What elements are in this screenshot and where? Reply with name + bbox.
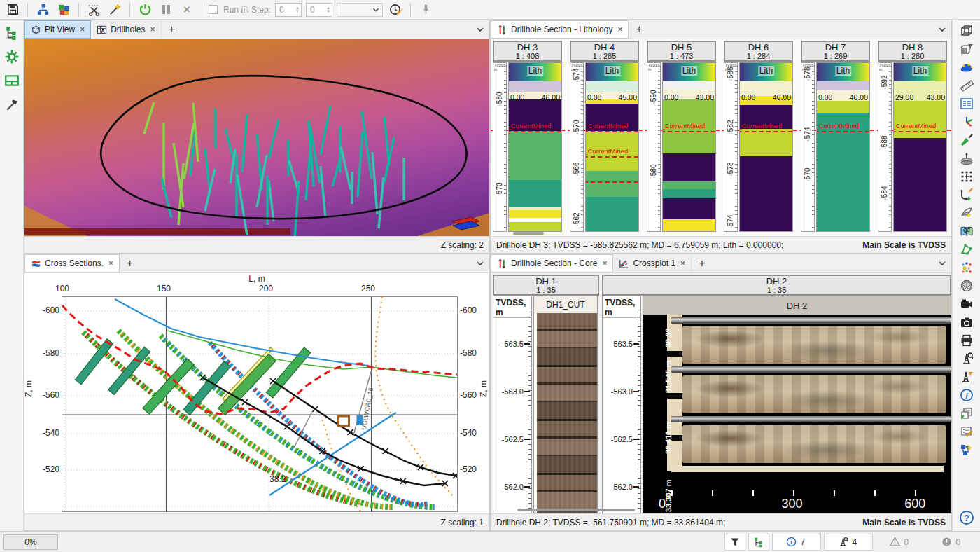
dh1-header[interactable]: DH 1 1 : 35 (493, 275, 599, 296)
pause-button[interactable] (158, 2, 174, 18)
fan-sections-button[interactable] (958, 205, 975, 221)
close-tab-icon[interactable]: × (617, 25, 622, 34)
map-edit-button[interactable] (958, 424, 975, 439)
cross-section-plot-area[interactable]: 38.2 UGLWCRC_16 (62, 296, 458, 512)
tab-pit-view[interactable]: Pit View × (24, 20, 91, 39)
hole-header[interactable]: DH 31 : 408 (493, 41, 562, 62)
pit-view-panel: Pit View × Drillholes × + (24, 20, 490, 254)
warnings-button[interactable]: 0 (876, 534, 925, 551)
lithology-track[interactable]: Lith29.0043.001511_CurrentMined (893, 62, 947, 232)
current-mined-label: 1511_CurrentMined (586, 122, 638, 130)
tab-crossplot-1[interactable]: Crossplot 1 × (613, 254, 692, 272)
scatter-points-button[interactable] (958, 260, 975, 275)
filter-button[interactable] (724, 534, 746, 551)
run-button[interactable] (136, 2, 153, 18)
save-button[interactable] (4, 2, 21, 18)
derrick-filter-button[interactable] (958, 369, 975, 385)
dh2-header[interactable]: DH 2 1 : 35 (602, 275, 951, 296)
lithology-holes-area[interactable]: DH 31 : 408TVDSS, m-580-570Lith0.0046.00… (491, 39, 951, 236)
dh1-core-photo-track[interactable]: DH1_CUT (533, 296, 598, 513)
point-grid-button[interactable] (958, 169, 975, 184)
derrick-search-button[interactable] (958, 351, 975, 366)
photo-camera-button[interactable] (958, 315, 975, 330)
lithology-track[interactable]: Lith0.0046.001511_CurrentMined (508, 62, 562, 232)
map-stack-button[interactable] (958, 406, 975, 421)
core-holes-area[interactable]: DH 1 1 : 35 TVDSS, m -563.5-563.0-562.5-… (491, 273, 951, 513)
settings-gear-button[interactable] (4, 49, 20, 64)
stop-button[interactable]: × (178, 2, 195, 18)
ruler-button[interactable] (958, 78, 975, 93)
pit-drillhole-stick (384, 137, 394, 183)
drillholes-count-button[interactable]: 4 (824, 534, 873, 551)
legend-list-button[interactable] (958, 96, 975, 111)
panel-menu-chevron[interactable] (475, 258, 485, 271)
close-tab-icon[interactable]: × (150, 25, 155, 34)
model-tree-button[interactable] (34, 2, 51, 18)
tab-drillholes[interactable]: Drillholes × (91, 20, 161, 39)
lithology-track[interactable]: Lith0.0045.001511_CurrentMined1511_Curre… (585, 62, 639, 232)
magic-wand-button[interactable] (106, 2, 123, 18)
pin-button[interactable] (417, 2, 434, 18)
layer-move-button[interactable] (958, 151, 975, 166)
errors-button[interactable]: 0 (927, 534, 976, 551)
hole-body: TVDSS, m-574-570-566-562Lith0.0045.00151… (570, 62, 639, 232)
hole-name: DH 2 (603, 277, 950, 287)
hole-header[interactable]: DH 61 : 284 (724, 41, 793, 62)
tab-drillhole-section-core[interactable]: Drillhole Section - Core × (491, 254, 613, 272)
pit-3d-viewport[interactable] (24, 39, 489, 236)
info-messages-button[interactable]: 7 (772, 534, 821, 551)
info-circle-button[interactable] (958, 387, 975, 403)
lithology-track[interactable]: Lith0.0046.001511_CurrentMined (816, 62, 870, 232)
pit-surface-button[interactable] (958, 60, 975, 75)
modules-button[interactable] (55, 2, 72, 18)
cut-workflow-button[interactable] (85, 2, 102, 18)
workflow-wand-button[interactable] (958, 442, 975, 457)
new-tab-button[interactable]: + (162, 20, 182, 39)
paintbrush-button[interactable] (958, 132, 975, 148)
video-camera-button[interactable] (958, 296, 975, 312)
spinner-arrows[interactable]: ▲▼ (326, 6, 332, 13)
panel-menu-chevron[interactable] (475, 25, 485, 37)
close-tab-icon[interactable]: × (602, 258, 607, 268)
hole-header[interactable]: DH 41 : 285 (570, 41, 639, 62)
close-tab-icon[interactable]: × (80, 25, 85, 34)
object-tree-button[interactable] (748, 534, 769, 551)
tab-drillhole-section-lithology[interactable]: Drillhole Section - Lithology × (491, 20, 629, 39)
lithology-track[interactable]: Lith0.0046.001511_CurrentMined (739, 62, 793, 232)
new-tab-button[interactable]: + (629, 20, 649, 39)
run-till-step-checkbox[interactable] (209, 5, 218, 14)
build-hammer-button[interactable] (4, 97, 20, 112)
lithology-track[interactable]: Lith0.0043.001511_CurrentMined (662, 62, 716, 232)
tab-cross-sections[interactable]: Cross Sections. × (24, 254, 120, 272)
step-combo[interactable] (337, 3, 383, 17)
polygon-nodes-button[interactable] (958, 242, 975, 257)
spinner-arrows[interactable]: ▲▼ (295, 6, 301, 13)
help-button[interactable] (958, 510, 975, 525)
main-area: Pit View × Drillholes × + (0, 20, 980, 531)
close-tab-icon[interactable]: × (680, 258, 685, 268)
step-spinner-2[interactable]: 0▲▼ (306, 3, 332, 17)
cross-section-viewport[interactable]: L, m Z, m Z, m 100150200250-600-600-580-… (24, 273, 489, 513)
qc-book-button[interactable] (958, 223, 975, 239)
lith-interval (509, 210, 561, 218)
block-model-filter-button[interactable] (958, 41, 975, 57)
printer-button[interactable] (958, 333, 975, 348)
cube-3d-button[interactable] (958, 23, 975, 39)
panel-menu-chevron[interactable] (937, 25, 947, 37)
horizontal-scrollbar[interactable] (495, 507, 635, 513)
dh2-core-photo[interactable]: DH 2 30.6231.545 m32.411 m33.30 (643, 296, 951, 513)
hole-header[interactable]: DH 71 : 269 (801, 41, 870, 62)
axes-compass-button[interactable] (958, 114, 975, 130)
panel-menu-chevron[interactable] (937, 258, 947, 271)
schedule-button[interactable] (387, 2, 404, 18)
step-spinner-1[interactable]: 0▲▼ (275, 3, 302, 17)
close-tab-icon[interactable]: × (108, 258, 113, 268)
object-tree-button[interactable] (4, 25, 20, 41)
edit-trajectory-button[interactable] (958, 187, 975, 202)
mesh-sphere-button[interactable] (958, 278, 975, 294)
new-tab-button[interactable]: + (692, 254, 712, 272)
new-tab-button[interactable]: + (120, 254, 140, 272)
layout-panels-button[interactable] (4, 73, 20, 88)
hole-header[interactable]: DH 81 : 280 (878, 41, 947, 62)
hole-header[interactable]: DH 51 : 473 (647, 41, 716, 62)
